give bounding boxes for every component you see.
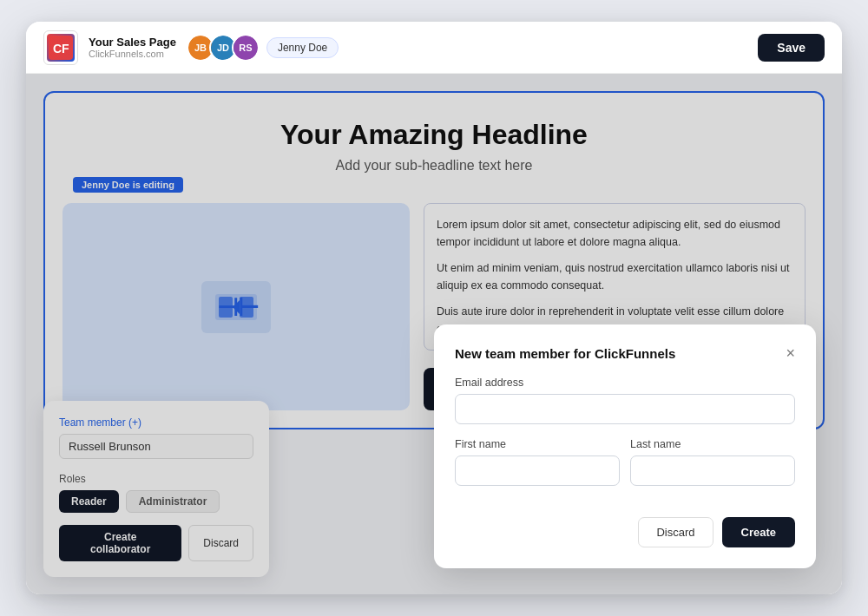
save-button[interactable]: Save — [758, 34, 825, 62]
avatar-image: RS — [233, 36, 258, 60]
modal-header: New team member for ClickFunnels × — [455, 345, 795, 361]
email-input[interactable] — [455, 394, 795, 424]
last-name-field-group: Last name — [630, 438, 795, 486]
modal-actions: Discard Create — [455, 517, 795, 547]
modal-create-button[interactable]: Create — [722, 517, 795, 547]
email-field-group: Email address — [455, 377, 795, 424]
modal-discard-button[interactable]: Discard — [638, 517, 713, 547]
name-fields-row: First name Last name — [455, 438, 795, 500]
page-content: Your Amazing Headline Add your sub-headl… — [26, 74, 842, 594]
first-name-label: First name — [455, 438, 620, 450]
top-bar: CF Your Sales Page ClickFunnels.com JB J… — [26, 22, 842, 74]
first-name-field-group: First name — [455, 438, 620, 486]
modal-overlay: New team member for ClickFunnels × Email… — [26, 74, 842, 594]
logo-box: CF — [43, 30, 78, 65]
last-name-label: Last name — [630, 438, 795, 450]
svg-text:CF: CF — [53, 42, 69, 56]
modal-close-button[interactable]: × — [786, 345, 795, 361]
last-name-input[interactable] — [630, 455, 795, 486]
browser-window: CF Your Sales Page ClickFunnels.com JB J… — [26, 22, 842, 594]
email-label: Email address — [455, 377, 795, 389]
page-title: Your Sales Page — [89, 36, 176, 49]
avatar: RS — [232, 34, 260, 62]
page-url: ClickFunnels.com — [89, 49, 176, 59]
cf-logo: CF — [47, 34, 75, 62]
current-user-badge: Jenny Doe — [266, 37, 339, 58]
first-name-input[interactable] — [455, 455, 620, 486]
new-team-member-modal: New team member for ClickFunnels × Email… — [434, 324, 816, 568]
modal-title: New team member for ClickFunnels — [455, 346, 675, 361]
avatars-group: JB JD RS Jenny Doe — [187, 34, 339, 62]
top-bar-left: CF Your Sales Page ClickFunnels.com JB J… — [43, 30, 339, 65]
page-info: Your Sales Page ClickFunnels.com — [89, 36, 176, 59]
